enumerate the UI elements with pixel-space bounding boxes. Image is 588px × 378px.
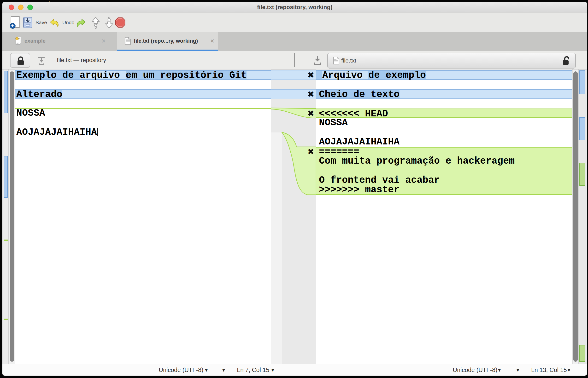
merge-hunk-button[interactable]: ✖ [306,109,315,118]
lock-button[interactable] [10,53,30,68]
document-icon [125,37,131,45]
diff-word: Exemplo de [16,71,80,79]
conflict-marker-line: ======= [316,147,572,156]
close-window-button[interactable] [9,5,14,10]
right-overview-ruler[interactable] [578,69,586,364]
text-caret [97,128,98,136]
right-caret-position[interactable]: Ln 13, Col 15 [531,364,567,376]
chevron-down-icon[interactable]: ▼ [271,364,274,376]
chevron-down-icon[interactable]: ▼ [205,364,208,376]
tab-filetxt-close-icon[interactable]: ✕ [210,38,214,44]
diff-line: Arquivo de exemplo [316,70,572,80]
added-line: Com muita programação e hackeragem [316,156,572,166]
arrow-down-icon [104,16,114,29]
merge-hunk-button[interactable]: ✖ [306,90,315,98]
save-button[interactable]: Save [23,16,47,29]
terminal-background: merge master [12,0,131,2]
chevron-down-icon[interactable]: ▼ [516,364,519,376]
tab-filetxt-label: file.txt (repo...ry, working) [134,38,198,44]
added-line: O frontend vai acabar [316,176,572,185]
stop-button[interactable] [115,16,126,29]
diff-word: arquivo [80,71,126,79]
diff-word: Cheio de texto [316,90,400,98]
new-file-button[interactable] [10,16,21,29]
merge-hunk-button[interactable]: ✖ [306,147,315,156]
tab-example[interactable]: example ✕ [2,32,117,50]
save-icon [23,16,33,29]
editor-window: file.txt (repository, working) [2,2,587,376]
commit-funnel-icon[interactable] [37,56,45,65]
diff-marker-green [4,319,8,320]
tab-example-close-icon[interactable]: ✕ [101,38,106,44]
terminal-text: merge master [12,0,60,2]
left-encoding-select[interactable]: Unicode (UTF-8) [159,364,203,376]
conflict-marker-line: >>>>>>> master [316,185,572,195]
save-label: Save [35,16,47,29]
text-line: AOJAJAJAIHAIHA [316,137,572,147]
chevron-down-icon[interactable]: ▼ [498,364,501,376]
redo-icon [75,17,87,28]
diff-word: de exemplo [368,71,426,79]
text-line: NOSSA [15,108,271,118]
next-diff-button[interactable] [104,16,114,29]
undo-icon [48,17,60,28]
diff-marker-blue [4,71,8,113]
diff-marker-blue [4,156,8,198]
merge-hunk-button[interactable]: ✖ [306,71,315,79]
undo-label: Undo [62,16,74,29]
status-bar: Unicode (UTF-8) ▼ ▼ Ln 7, Col 15 ▼ Unico… [2,364,587,376]
redo-button[interactable] [75,16,87,29]
left-caret-position[interactable]: Ln 7, Col 15 [237,364,269,376]
left-buffer-title: file.txt — repository [57,51,106,69]
diff-word: Alterado [16,90,62,98]
copy-document-icon [15,37,22,45]
tab-example-label: example [25,38,45,44]
right-file-field[interactable]: file.txt [327,53,576,68]
download-icon[interactable] [313,56,322,65]
screen: merge master file.txt (repository, worki… [0,0,588,378]
diff-line: Exemplo de arquivo em um repositório Git [15,70,271,80]
previous-diff-button[interactable] [91,16,101,29]
text-line: NOSSA [316,118,572,128]
window-title: file.txt (repository, working) [2,2,587,13]
left-scrollbar[interactable] [9,69,15,364]
right-text-area[interactable]: Arquivo de exemplo Cheio de texto <<<<<<… [316,69,572,364]
pane-divider [294,53,295,67]
right-encoding-select[interactable]: Unicode (UTF-8) [453,364,497,376]
right-scrollbar[interactable] [573,69,578,364]
left-scrollbar-thumb[interactable] [10,71,14,362]
zoom-window-button[interactable] [27,5,33,10]
diff-marker-green [4,240,8,241]
left-text-area[interactable]: Exemplo de arquivo em um repositório Git… [15,69,271,364]
diff-marker-blue [579,117,585,140]
arrow-up-icon [91,16,101,29]
diff-marker-green [579,345,585,362]
right-scrollbar-thumb[interactable] [573,71,578,362]
toolbar: Save Undo [2,13,587,32]
diff-word: Arquivo [322,71,368,79]
diff-editor: Exemplo de arquivo em um repositório Git… [2,69,587,364]
diff-line: Cheio de texto [316,89,572,99]
minimize-window-button[interactable] [18,5,24,10]
unlock-icon[interactable] [561,55,571,66]
diff-marker-blue [579,70,585,94]
lock-icon [16,56,25,66]
tab-filetxt[interactable]: file.txt (repo...ry, working) ✕ [117,32,218,50]
diff-marker-green [579,163,585,186]
stop-icon [115,17,126,28]
right-file-name: file.txt [341,53,356,68]
chevron-down-icon[interactable]: ▼ [222,364,225,376]
new-file-icon [10,16,21,29]
undo-button[interactable]: Undo [48,16,74,29]
conflict-marker-line: <<<<<<< HEAD [316,108,572,118]
tab-bar: example ✕ file.txt (repo...ry, working) … [2,32,587,51]
titlebar: file.txt (repository, working) [2,2,587,13]
text-line: AOJAJAJAIHAIHA [15,128,271,137]
left-overview-ruler[interactable] [3,69,9,364]
diff-line: Alterado [15,89,271,99]
added-line [316,166,572,176]
document-icon [333,56,339,65]
diff-word: em um repositório Git [126,71,246,79]
path-bar: file.txt — repository file.txt [2,51,587,69]
chevron-down-icon[interactable]: ▼ [567,364,571,376]
